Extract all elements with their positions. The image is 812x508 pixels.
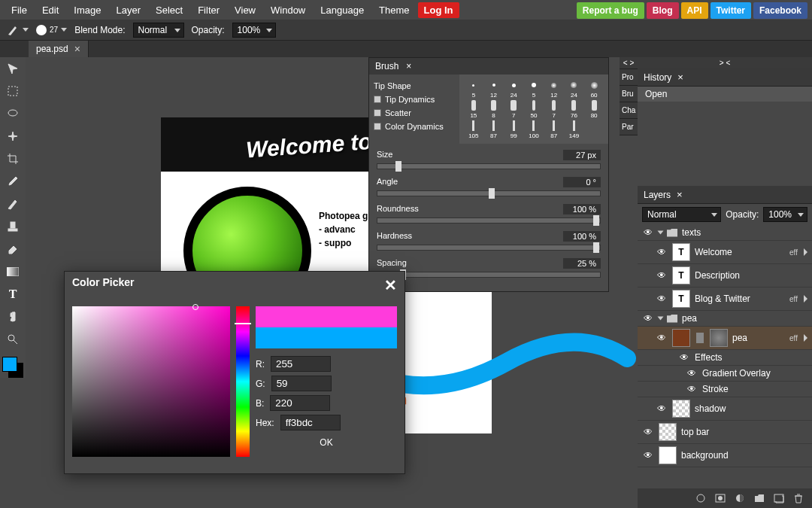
text-tool[interactable]: T <box>3 286 23 302</box>
layer-shadow[interactable]: 👁shadow <box>638 397 812 421</box>
api-button[interactable]: API <box>681 2 708 19</box>
color-dynamics-tab[interactable]: Color Dynamics <box>374 120 455 133</box>
expand-icon[interactable] <box>658 231 664 235</box>
spacing-slider[interactable]: Spacing25 % <box>377 258 601 278</box>
menu-edit[interactable]: Edit <box>35 2 65 19</box>
brush-size-picker[interactable]: 27 <box>36 25 67 35</box>
visibility-icon[interactable]: 👁 <box>686 368 698 379</box>
menu-view[interactable]: View <box>228 2 262 19</box>
layer-blend-select[interactable]: Normal <box>642 207 721 222</box>
layer-background[interactable]: 👁background <box>638 444 812 467</box>
chevron-icon[interactable] <box>804 334 807 342</box>
menu-language[interactable]: Language <box>314 2 371 19</box>
tab-character[interactable]: Cha <box>620 102 638 119</box>
effect-stroke[interactable]: 👁Stroke <box>638 382 812 397</box>
saturation-box[interactable] <box>72 306 230 457</box>
visibility-icon[interactable]: 👁 <box>642 227 654 238</box>
brush-preset[interactable]: 60 <box>584 79 604 99</box>
visibility-icon[interactable]: 👁 <box>656 333 668 343</box>
brush-preset[interactable]: 12 <box>484 79 504 99</box>
mask-icon[interactable] <box>714 493 726 503</box>
folder-icon[interactable] <box>753 493 765 503</box>
checkbox[interactable] <box>374 96 381 103</box>
ok-button[interactable]: OK <box>256 434 397 451</box>
eyedropper-tool[interactable] <box>3 173 23 189</box>
visibility-icon[interactable]: 👁 <box>642 450 654 461</box>
visibility-icon[interactable]: 👁 <box>656 294 668 304</box>
brush-preset[interactable]: 24 <box>504 79 523 99</box>
hex-input[interactable] <box>280 415 341 430</box>
brush-preset[interactable]: 8 <box>484 99 504 119</box>
fx-icon[interactable] <box>695 493 707 503</box>
twitter-button[interactable]: Twitter <box>710 2 751 19</box>
brush-preset[interactable]: 87 <box>484 120 504 139</box>
chevron-icon[interactable] <box>804 295 807 303</box>
tip-dynamics-tab[interactable]: Tip Dynamics <box>374 93 455 106</box>
lasso-tool[interactable] <box>3 105 23 121</box>
expand-icon[interactable] <box>658 317 664 321</box>
blog-button[interactable]: Blog <box>647 2 679 19</box>
layer-group-texts[interactable]: 👁texts <box>638 225 812 241</box>
marquee-tool[interactable] <box>3 83 23 99</box>
visibility-icon[interactable]: 👁 <box>686 384 698 394</box>
move-tool[interactable] <box>3 60 23 76</box>
scatter-tab[interactable]: Scatter <box>374 106 455 120</box>
brush-preset[interactable]: 99 <box>504 120 523 139</box>
menu-theme[interactable]: Theme <box>372 2 416 19</box>
close-icon[interactable]: × <box>74 43 80 55</box>
trash-icon[interactable] <box>792 493 804 503</box>
brush-panel-header[interactable]: Brush× <box>369 58 608 75</box>
layer-opacity-select[interactable]: 100% <box>763 207 807 222</box>
facebook-button[interactable]: Facebook <box>753 2 807 19</box>
brush-preset[interactable]: 87 <box>544 120 564 139</box>
tab-properties[interactable]: Pro <box>620 69 638 86</box>
brush-preset[interactable]: 80 <box>584 99 604 119</box>
visibility-icon[interactable]: 👁 <box>656 403 668 414</box>
visibility-icon[interactable]: 👁 <box>656 270 668 281</box>
eraser-tool[interactable] <box>3 241 23 257</box>
zoom-tool[interactable] <box>3 331 23 347</box>
brush-preset[interactable]: 5 <box>464 79 483 99</box>
panel-collapse-icon[interactable]: > < <box>638 57 812 68</box>
layer-welcome[interactable]: 👁TWelcomeeff <box>638 241 812 264</box>
hardness-slider[interactable]: Hardness100 % <box>377 231 601 251</box>
wand-tool[interactable] <box>3 128 23 144</box>
history-panel-header[interactable]: History× <box>638 68 812 87</box>
layer-blog[interactable]: 👁TBlog & Twittereff <box>638 287 812 311</box>
brush-preset[interactable]: 76 <box>565 99 584 119</box>
tip-shape-tab[interactable]: Tip Shape <box>374 79 455 93</box>
menu-file[interactable]: File <box>5 2 34 19</box>
tab-brush[interactable]: Bru <box>620 86 638 102</box>
menu-image[interactable]: Image <box>67 2 108 19</box>
close-icon[interactable]: × <box>406 61 411 71</box>
mask-link-icon[interactable] <box>696 333 704 343</box>
checkbox[interactable] <box>374 109 381 117</box>
login-button[interactable]: Log In <box>418 2 459 18</box>
hue-cursor[interactable] <box>235 323 251 324</box>
brush-preset[interactable]: 100 <box>524 120 544 139</box>
r-input[interactable] <box>271 356 331 372</box>
layers-panel-header[interactable]: Layers× <box>638 186 812 204</box>
close-icon[interactable]: × <box>677 71 683 83</box>
checkbox[interactable] <box>374 123 381 130</box>
brush-preset[interactable]: 149 <box>565 120 584 139</box>
roundness-slider[interactable]: Roundness100 % <box>377 204 601 224</box>
menu-select[interactable]: Select <box>149 2 189 19</box>
brush-tool[interactable] <box>3 196 23 211</box>
brush-tool-icon[interactable] <box>6 23 29 37</box>
adjustment-icon[interactable] <box>734 493 746 503</box>
visibility-icon[interactable]: 👁 <box>642 427 654 437</box>
color-swatches[interactable] <box>2 357 23 378</box>
size-slider[interactable]: Size27 px <box>377 150 601 169</box>
gradient-tool[interactable] <box>3 263 23 279</box>
history-item[interactable]: Open <box>638 87 812 102</box>
brush-preset[interactable]: 7 <box>504 99 523 119</box>
hand-tool[interactable] <box>3 309 23 324</box>
g-input[interactable] <box>271 376 332 391</box>
close-icon[interactable]: ✕ <box>384 276 397 294</box>
color-cursor[interactable] <box>192 304 198 310</box>
layer-topbar[interactable]: 👁top bar <box>638 421 812 444</box>
brush-preset[interactable]: 105 <box>464 120 483 139</box>
hue-slider[interactable] <box>236 306 250 457</box>
visibility-icon[interactable]: 👁 <box>678 352 690 363</box>
